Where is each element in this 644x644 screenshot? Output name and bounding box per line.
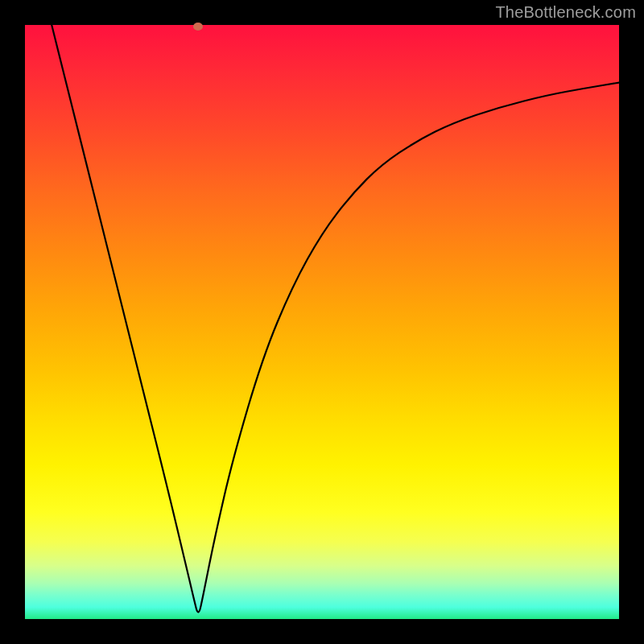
watermark-text: TheBottleneck.com (495, 3, 636, 22)
plot-area (25, 25, 619, 619)
chart-frame: TheBottleneck.com (0, 0, 644, 644)
